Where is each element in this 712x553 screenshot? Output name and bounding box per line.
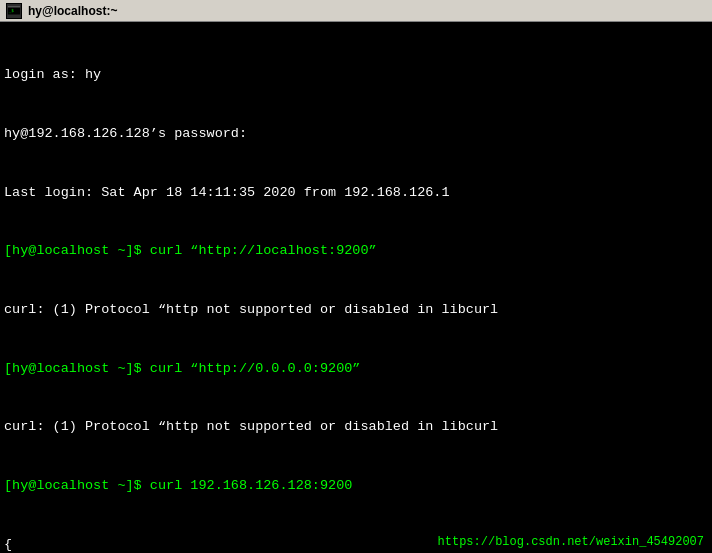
terminal-body[interactable]: login as: hy hy@192.168.126.128’s passwo… — [0, 22, 712, 553]
line-7: curl: (1) Protocol “http not supported o… — [4, 417, 708, 437]
titlebar: _$ hy@localhost:~ — [0, 0, 712, 22]
terminal-output: login as: hy hy@192.168.126.128’s passwo… — [4, 26, 708, 553]
watermark: https://blog.csdn.net/weixin_45492007 — [438, 535, 704, 549]
line-6: [hy@localhost ~]$ curl “http://0.0.0.0:9… — [4, 359, 708, 379]
line-2: hy@192.168.126.128’s password: — [4, 124, 708, 144]
line-1: login as: hy — [4, 65, 708, 85]
line-5: curl: (1) Protocol “http not supported o… — [4, 300, 708, 320]
line-3: Last login: Sat Apr 18 14:11:35 2020 fro… — [4, 183, 708, 203]
line-4: [hy@localhost ~]$ curl “http://localhost… — [4, 241, 708, 261]
terminal-window: _$ hy@localhost:~ login as: hy hy@192.16… — [0, 0, 712, 553]
titlebar-title: hy@localhost:~ — [28, 4, 117, 18]
terminal-icon: _$ — [6, 3, 22, 19]
line-8: [hy@localhost ~]$ curl 192.168.126.128:9… — [4, 476, 708, 496]
